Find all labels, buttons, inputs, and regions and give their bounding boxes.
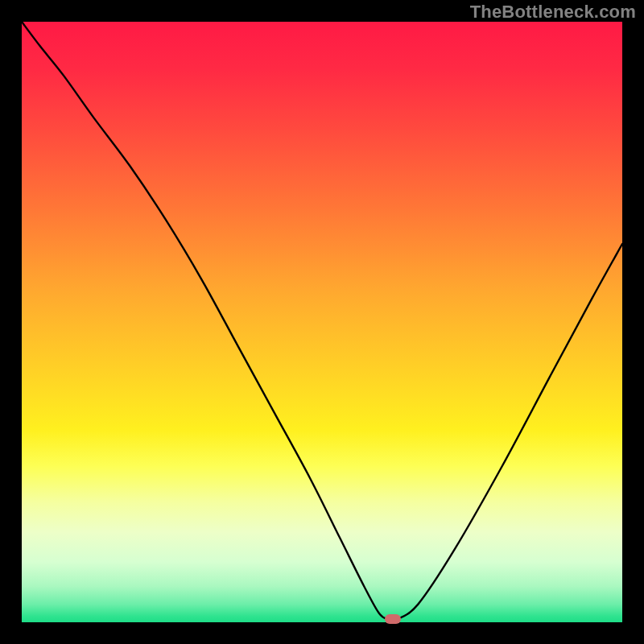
optimal-marker — [385, 614, 401, 624]
watermark-text: TheBottleneck.com — [470, 2, 636, 23]
chart-frame: TheBottleneck.com — [0, 0, 644, 644]
plot-area — [22, 22, 622, 622]
bottleneck-curve — [22, 22, 622, 622]
